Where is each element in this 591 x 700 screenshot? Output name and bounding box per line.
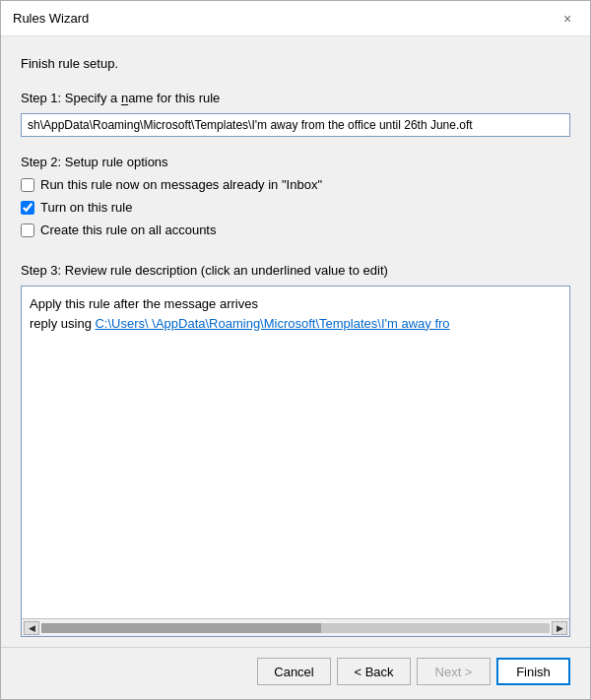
description-line1: Apply this rule after the message arrive… [30,294,561,314]
intro-text: Finish rule setup. [21,56,570,71]
checkbox-run-now[interactable] [21,178,34,192]
scroll-thumb [41,623,321,633]
checkbox-all-accounts[interactable] [21,223,34,237]
back-button[interactable]: < Back [337,658,411,685]
step3-section: Step 3: Review rule description (click a… [21,263,570,637]
scroll-right-button[interactable]: ▶ [552,621,567,635]
finish-button[interactable]: Finish [496,658,570,685]
rule-name-input[interactable] [21,113,570,137]
close-button[interactable]: × [557,8,578,30]
checkbox3-row: Create this rule on all accounts [21,223,570,237]
scroll-left-button[interactable]: ◀ [24,621,39,635]
description-line2: reply using C:\Users\ \AppData\Roaming\M… [30,314,561,334]
next-button[interactable]: Next > [417,658,491,685]
step1-label-underline: n [121,91,128,105]
reply-using-text: reply using [30,316,95,331]
checkbox2-row: Turn on this rule [21,200,570,215]
horizontal-scrollbar[interactable]: ◀ ▶ [22,618,569,636]
description-box: Apply this rule after the message arrive… [21,286,570,637]
scroll-track[interactable] [41,623,550,633]
checkbox1-row: Run this rule now on messages already in… [21,177,570,192]
checkbox1-label: Run this rule now on messages already in… [40,177,322,192]
description-content: Apply this rule after the message arrive… [22,286,569,618]
step2-section: Step 2: Setup rule options Run this rule… [21,155,570,245]
rules-wizard-dialog: Rules Wizard × Finish rule setup. Step 1… [0,0,591,700]
dialog-footer: Cancel < Back Next > Finish [1,647,590,699]
checkbox3-label: Create this rule on all accounts [40,223,216,237]
title-bar: Rules Wizard × [1,1,590,36]
checkbox-turn-on[interactable] [21,201,34,215]
step3-label: Step 3: Review rule description (click a… [21,263,570,278]
dialog-title: Rules Wizard [13,11,89,26]
reply-template-link[interactable]: C:\Users\ \AppData\Roaming\Microsoft\Tem… [95,316,449,331]
checkbox2-label: Turn on this rule [40,200,132,215]
dialog-content: Finish rule setup. Step 1: Specify a nam… [1,36,590,647]
step1-label: Step 1: Specify a name for this rule [21,91,570,105]
step1-section: Step 1: Specify a name for this rule [21,91,570,137]
step2-label: Step 2: Setup rule options [21,155,570,169]
cancel-button[interactable]: Cancel [257,658,331,685]
